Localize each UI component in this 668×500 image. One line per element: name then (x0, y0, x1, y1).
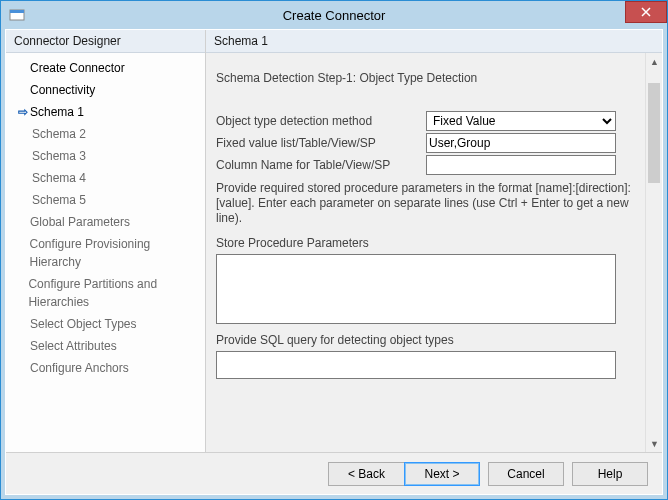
client-area: Connector Designer Create Connector Conn… (5, 29, 663, 495)
main-panel: Schema 1 Schema Detection Step-1: Object… (206, 30, 662, 452)
arrow-icon: ⇨ (16, 103, 30, 121)
scroll-down-icon[interactable]: ▼ (646, 435, 662, 452)
window-frame: Create Connector Connector Designer Crea… (0, 0, 668, 500)
textarea-sp-params[interactable] (216, 254, 616, 324)
step-title: Schema Detection Step-1: Object Type Det… (216, 57, 642, 93)
textarea-sql-query[interactable] (216, 351, 616, 379)
nav-select-attributes[interactable]: Select Attributes (6, 335, 205, 357)
cancel-button[interactable]: Cancel (488, 462, 564, 486)
nav-select-object-types[interactable]: Select Object Types (6, 313, 205, 335)
footer: < Back Next > Cancel Help (6, 452, 662, 494)
app-icon (9, 7, 25, 23)
label-fixed-list: Fixed value list/Table/View/SP (216, 136, 426, 150)
scroll-up-icon[interactable]: ▲ (646, 53, 662, 70)
nav-configure-partitions[interactable]: Configure Partitions and Hierarchies (6, 273, 205, 313)
nav-label: Schema 5 (32, 191, 86, 209)
nav-label: Configure Provisioning Hierarchy (30, 235, 199, 271)
close-button[interactable] (625, 1, 667, 23)
nav-label: Schema 3 (32, 147, 86, 165)
nav-global-parameters[interactable]: Global Parameters (6, 211, 205, 233)
input-fixed-list[interactable] (426, 133, 616, 153)
nav-label: Global Parameters (30, 213, 130, 231)
nav-configure-anchors[interactable]: Configure Anchors (6, 357, 205, 379)
sidebar-header: Connector Designer (6, 30, 205, 53)
sidebar-list: Create Connector Connectivity ⇨Schema 1 … (6, 53, 205, 383)
input-column-name[interactable] (426, 155, 616, 175)
nav-configure-provisioning-hierarchy[interactable]: Configure Provisioning Hierarchy (6, 233, 205, 273)
nav-label: Connectivity (30, 81, 95, 99)
label-column-name: Column Name for Table/View/SP (216, 158, 426, 172)
sidebar: Connector Designer Create Connector Conn… (6, 30, 206, 452)
nav-label: Schema 4 (32, 169, 86, 187)
hint-text: Provide required stored procedure parame… (216, 181, 642, 226)
nav-label: Select Attributes (30, 337, 117, 355)
nav-label: Select Object Types (30, 315, 137, 333)
help-button[interactable]: Help (572, 462, 648, 486)
vertical-scrollbar[interactable]: ▲ ▼ (645, 53, 662, 452)
nav-connectivity[interactable]: Connectivity (6, 79, 205, 101)
nav-label: Schema 1 (30, 103, 84, 121)
label-sql-query: Provide SQL query for detecting object t… (216, 333, 642, 347)
next-button[interactable]: Next > (404, 462, 480, 486)
close-icon (641, 7, 651, 17)
label-sp-params: Store Procedure Parameters (216, 236, 642, 250)
nav-label: Create Connector (30, 59, 125, 77)
nav-label: Configure Anchors (30, 359, 129, 377)
panel-body: Schema Detection Step-1: Object Type Det… (206, 53, 662, 452)
nav-label: Configure Partitions and Hierarchies (28, 275, 199, 311)
titlebar[interactable]: Create Connector (1, 1, 667, 29)
nav-schema-4[interactable]: Schema 4 (6, 167, 205, 189)
nav-create-connector[interactable]: Create Connector (6, 57, 205, 79)
svg-rect-1 (10, 10, 24, 13)
nav-schema-1[interactable]: ⇨Schema 1 (6, 101, 205, 123)
nav-label: Schema 2 (32, 125, 86, 143)
nav-schema-5[interactable]: Schema 5 (6, 189, 205, 211)
select-detection-method[interactable]: Fixed Value (426, 111, 616, 131)
nav-schema-2[interactable]: Schema 2 (6, 123, 205, 145)
label-detection-method: Object type detection method (216, 114, 426, 128)
scroll-thumb[interactable] (648, 83, 660, 183)
wizard-nav-buttons: < Back Next > (328, 462, 480, 486)
nav-schema-3[interactable]: Schema 3 (6, 145, 205, 167)
window-title: Create Connector (1, 8, 667, 23)
panel-header: Schema 1 (206, 30, 662, 53)
back-button[interactable]: < Back (328, 462, 404, 486)
